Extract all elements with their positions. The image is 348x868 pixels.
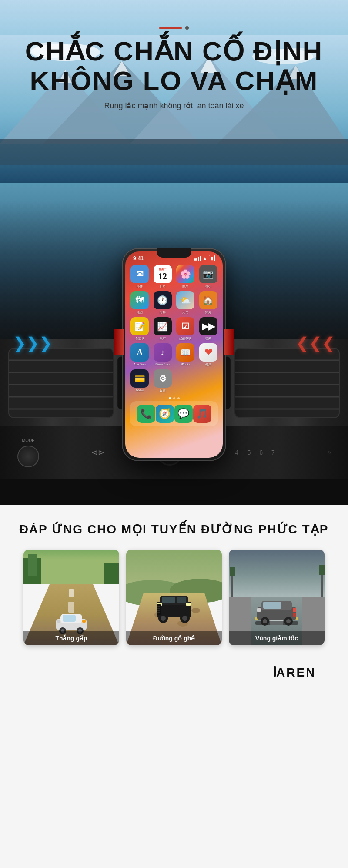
dot-accent bbox=[185, 26, 189, 30]
svg-rect-13 bbox=[0, 139, 348, 165]
app-empty-2 bbox=[198, 369, 219, 393]
app-home[interactable]: 🏠 家庭 bbox=[198, 291, 219, 315]
svg-rect-92 bbox=[230, 567, 235, 576]
mode-knob bbox=[17, 446, 39, 467]
right-chevron-2: ❮ bbox=[309, 335, 322, 351]
app-stocks[interactable]: 📈 股市 bbox=[153, 317, 173, 341]
svg-text:AREN: AREN bbox=[276, 666, 316, 679]
app-grid: ✉ 邮件 星期二 12 日历 🌸 照片 bbox=[125, 263, 223, 395]
app-camera[interactable]: 📷 相机 bbox=[198, 265, 219, 288]
section-title: ĐÁP ỨNG CHO MỌI TUYẾN ĐƯỜNG PHỨC TẠP bbox=[13, 522, 335, 536]
vent-arrows: ⊲⊳ bbox=[91, 448, 104, 457]
number-display: 4 5 6 7 bbox=[235, 449, 275, 456]
wifi-icon: ▲ bbox=[203, 256, 207, 261]
app-weather[interactable]: ⛅ 天气 bbox=[175, 291, 196, 315]
mode-label: MODE bbox=[22, 438, 35, 443]
svg-rect-59 bbox=[177, 597, 186, 603]
app-calendar[interactable]: 星期二 12 日历 bbox=[153, 265, 173, 288]
svg-point-55 bbox=[191, 608, 200, 613]
road-card-3: Vùng giảm tốc bbox=[229, 550, 325, 645]
right-arrows: ❮ ❮ ❮ bbox=[296, 335, 335, 351]
svg-point-85 bbox=[263, 619, 267, 623]
app-photos[interactable]: 🌸 照片 bbox=[175, 265, 196, 288]
svg-rect-64 bbox=[186, 603, 191, 606]
app-itunes[interactable]: ♪ iTunes Store bbox=[153, 343, 173, 367]
app-empty-1 bbox=[175, 369, 196, 393]
dock-phone[interactable]: 📞 bbox=[137, 405, 155, 423]
holder-arm-left bbox=[114, 329, 124, 355]
app-video[interactable]: ▶▶ 视频 bbox=[198, 317, 219, 341]
app-health[interactable]: ❤ 健康 bbox=[198, 343, 219, 367]
holder-arm-right bbox=[224, 329, 234, 355]
phone-dock: 📞 🧭 💬 🎵 bbox=[130, 401, 218, 426]
road-label-3: Vùng giảm tốc bbox=[229, 631, 325, 645]
svg-rect-89 bbox=[257, 608, 261, 612]
brand-container: AREN bbox=[13, 645, 335, 686]
road-card-2: Đường gồ ghề bbox=[126, 550, 222, 645]
brand-a: A bbox=[276, 666, 286, 679]
page-dot-1 bbox=[169, 397, 171, 399]
svg-rect-71 bbox=[229, 550, 325, 597]
brand-r: R bbox=[286, 666, 296, 679]
svg-point-62 bbox=[161, 616, 166, 621]
app-maps[interactable]: 🗺 地图 bbox=[130, 291, 150, 315]
svg-rect-88 bbox=[293, 613, 296, 617]
left-chevron-2: ❯ bbox=[26, 335, 39, 351]
road-scene-3 bbox=[229, 550, 325, 645]
svg-rect-48 bbox=[104, 563, 119, 584]
status-icons: ▲ ▮ bbox=[194, 255, 215, 261]
app-ibooks[interactable]: 📖 iBooks bbox=[175, 343, 196, 367]
status-time: 9:41 bbox=[133, 255, 144, 261]
page-dot-2 bbox=[173, 397, 175, 399]
dock-messages[interactable]: 💬 bbox=[174, 405, 193, 423]
left-arrows: ❯ ❯ ❯ bbox=[13, 335, 52, 351]
app-appstore[interactable]: A App Store bbox=[130, 343, 150, 367]
road-label-1: Thắng gấp bbox=[23, 631, 119, 645]
app-settings[interactable]: ⚙ 设置 bbox=[153, 369, 173, 393]
signal-bars bbox=[194, 256, 201, 261]
mode-control: MODE bbox=[17, 438, 39, 467]
svg-rect-90 bbox=[231, 576, 233, 597]
svg-point-86 bbox=[286, 619, 291, 623]
phone-mockup: 9:41 ▲ ▮ bbox=[122, 248, 226, 461]
app-mail[interactable]: ✉ 邮件 bbox=[130, 265, 150, 288]
vent-label: ⊙ bbox=[327, 450, 331, 455]
brand-e: E bbox=[296, 666, 306, 679]
dock-safari[interactable]: 🧭 bbox=[156, 405, 174, 423]
app-notes[interactable]: 📝 备忘录 bbox=[130, 317, 150, 341]
road-scene-1 bbox=[23, 550, 119, 645]
right-vent-control: ⊙ bbox=[327, 450, 331, 455]
brand-logo-svg: AREN bbox=[274, 663, 326, 680]
svg-rect-34 bbox=[28, 554, 37, 576]
road-label-2: Đường gồ ghề bbox=[126, 631, 222, 645]
road-scene-2 bbox=[126, 550, 222, 645]
svg-rect-20 bbox=[235, 348, 339, 418]
left-chevron-1: ❯ bbox=[13, 335, 26, 351]
svg-rect-91 bbox=[321, 573, 323, 597]
phone-notch bbox=[157, 248, 191, 258]
decorative-dashes bbox=[159, 26, 189, 30]
svg-rect-37 bbox=[68, 602, 74, 613]
svg-rect-46 bbox=[82, 620, 86, 623]
svg-point-63 bbox=[182, 616, 187, 621]
page-dots bbox=[125, 397, 223, 399]
right-chevron-1: ❮ bbox=[296, 335, 309, 351]
app-clock[interactable]: 🕐 时钟 bbox=[153, 291, 173, 315]
road-card-1: Thắng gấp bbox=[23, 550, 119, 645]
svg-rect-93 bbox=[319, 565, 325, 575]
road-images-row: Thắng gấp bbox=[13, 550, 335, 645]
subheadline-text: Rung lắc mạnh không rớt, an toàn lái xe bbox=[25, 101, 323, 111]
phone-screen: 9:41 ▲ ▮ bbox=[125, 251, 223, 458]
battery-icon: ▮ bbox=[209, 255, 215, 261]
headline-text: CHẮC CHẮN CỐ ĐỊNH KHÔNG LO VA CHẠM bbox=[25, 37, 323, 96]
red-dash bbox=[159, 27, 182, 29]
svg-rect-45 bbox=[63, 615, 76, 622]
app-reminders[interactable]: ☑ 提醒事项 bbox=[175, 317, 196, 341]
svg-rect-58 bbox=[162, 597, 175, 603]
app-wallet[interactable]: 💳 Wallet bbox=[130, 369, 150, 393]
phone-frame: 9:41 ▲ ▮ bbox=[122, 248, 226, 461]
dock-music[interactable]: 🎵 bbox=[193, 405, 211, 423]
svg-rect-47 bbox=[57, 620, 60, 623]
headline-block: CHẮC CHẮN CỐ ĐỊNH KHÔNG LO VA CHẠM Rung … bbox=[8, 37, 340, 111]
svg-rect-82 bbox=[263, 602, 281, 609]
